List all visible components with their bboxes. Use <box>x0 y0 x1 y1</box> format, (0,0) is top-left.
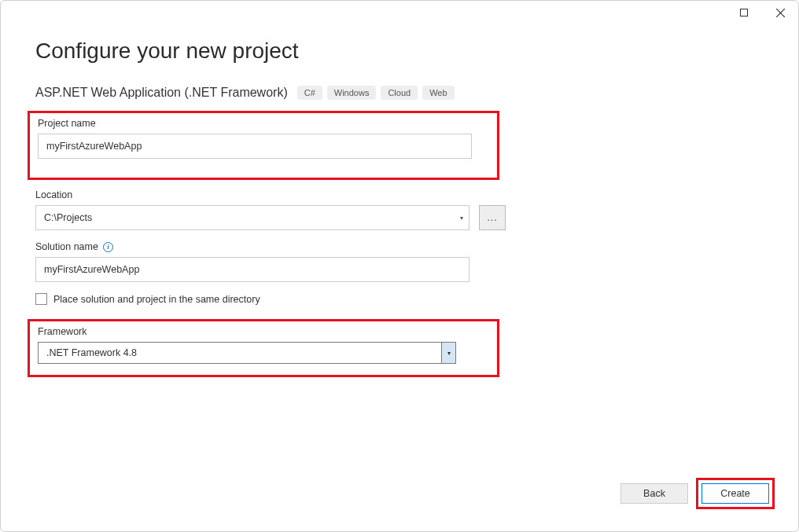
location-value: C:\Projects <box>36 212 455 223</box>
page-title: Configure your new project <box>35 39 764 64</box>
tag-cloud: Cloud <box>381 86 418 100</box>
framework-highlight: Framework .NET Framework 4.8 ▾ <box>28 319 499 377</box>
chevron-down-icon: ▾ <box>455 215 469 222</box>
location-label: Location <box>35 189 764 200</box>
framework-value: .NET Framework 4.8 <box>39 343 441 363</box>
maximize-button[interactable] <box>726 1 762 24</box>
solution-name-label: Solution name i <box>35 241 764 252</box>
same-directory-label: Place solution and project in the same d… <box>53 294 260 305</box>
tag-csharp: C# <box>297 86 322 100</box>
project-template-name: ASP.NET Web Application (.NET Framework) <box>35 86 288 100</box>
info-icon[interactable]: i <box>103 242 113 252</box>
same-directory-checkbox[interactable] <box>35 293 47 305</box>
tag-windows: Windows <box>327 86 377 100</box>
chevron-down-icon: ▾ <box>441 343 455 363</box>
project-name-input[interactable] <box>38 134 472 159</box>
create-button[interactable]: Create <box>701 483 769 504</box>
framework-label: Framework <box>38 326 489 337</box>
tag-web: Web <box>422 86 454 100</box>
solution-name-input[interactable] <box>35 257 469 282</box>
location-combo[interactable]: C:\Projects ▾ <box>35 205 469 230</box>
back-button[interactable]: Back <box>620 483 688 504</box>
svg-rect-0 <box>741 9 748 17</box>
create-button-highlight: Create <box>696 478 775 509</box>
close-button[interactable] <box>762 1 798 24</box>
template-tags: C# Windows Cloud Web <box>297 86 455 100</box>
browse-button[interactable]: ... <box>479 205 506 230</box>
project-name-label: Project name <box>38 118 489 129</box>
project-name-highlight: Project name <box>28 111 499 180</box>
framework-combo[interactable]: .NET Framework 4.8 ▾ <box>38 342 456 364</box>
